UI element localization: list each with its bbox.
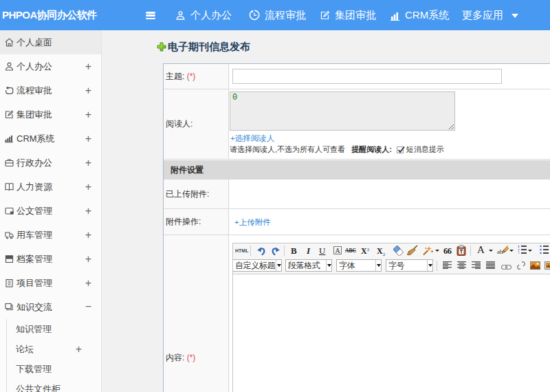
svg-text:ab: ab [497, 248, 503, 255]
